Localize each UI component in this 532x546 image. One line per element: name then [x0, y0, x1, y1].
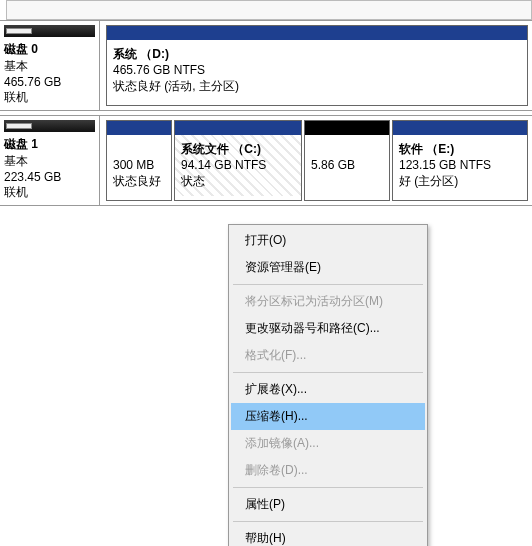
disk-header-1[interactable]: 磁盘 1 基本 223.45 GB 联机	[0, 116, 100, 205]
menu-extend[interactable]: 扩展卷(X)...	[231, 376, 425, 403]
menu-delete: 删除卷(D)...	[231, 457, 425, 484]
disk-header-0[interactable]: 磁盘 0 基本 465.76 GB 联机	[0, 21, 100, 110]
menu-separator	[233, 372, 423, 373]
partition-d[interactable]: 系统 （D:) 465.76 GB NTFS 状态良好 (活动, 主分区)	[106, 25, 528, 106]
menu-explorer[interactable]: 资源管理器(E)	[231, 254, 425, 281]
partition-size: 465.76 GB NTFS	[113, 63, 205, 77]
menu-separator	[233, 487, 423, 488]
disk-icon	[4, 25, 95, 37]
disk-icon	[4, 120, 95, 132]
context-menu: 打开(O) 资源管理器(E) 将分区标记为活动分区(M) 更改驱动器号和路径(C…	[228, 224, 428, 546]
disk-name: 磁盘 1	[4, 137, 38, 151]
partition-status: 状态	[181, 174, 205, 188]
partition-size: 5.86 GB	[311, 158, 355, 172]
partition-color-bar	[107, 26, 527, 40]
partition-c[interactable]: 系统文件 （C:) 94.14 GB NTFS 状态	[174, 120, 302, 201]
menu-format: 格式化(F)...	[231, 342, 425, 369]
partition-status: 好 (主分区)	[399, 174, 458, 188]
toolbar-remnant	[6, 0, 532, 20]
disk0-partitions: 系统 （D:) 465.76 GB NTFS 状态良好 (活动, 主分区)	[100, 21, 532, 110]
partition-recovery[interactable]: 300 MB 状态良好	[106, 120, 172, 201]
disk-name: 磁盘 0	[4, 42, 38, 56]
partition-color-bar	[393, 121, 527, 135]
menu-properties[interactable]: 属性(P)	[231, 491, 425, 518]
partition-color-bar	[107, 121, 171, 135]
partition-e[interactable]: 软件 （E:) 123.15 GB NTFS 好 (主分区)	[392, 120, 528, 201]
disk-type: 基本	[4, 153, 95, 170]
disk-size: 223.45 GB	[4, 170, 95, 184]
menu-open[interactable]: 打开(O)	[231, 227, 425, 254]
disk-status: 联机	[4, 184, 95, 201]
disk-layout: 磁盘 0 基本 465.76 GB 联机 系统 （D:) 465.76 GB N…	[0, 20, 532, 206]
partition-unallocated[interactable]: 5.86 GB	[304, 120, 390, 201]
disk1-partitions: 300 MB 状态良好 系统文件 （C:) 94.14 GB NTFS 状态 5…	[100, 116, 532, 205]
partition-color-bar	[175, 121, 301, 135]
disk-row-0: 磁盘 0 基本 465.76 GB 联机 系统 （D:) 465.76 GB N…	[0, 20, 532, 111]
disk-row-1: 磁盘 1 基本 223.45 GB 联机 300 MB 状态良好 系统文件 （C…	[0, 115, 532, 206]
partition-size: 300 MB	[113, 158, 154, 172]
partition-size: 123.15 GB NTFS	[399, 158, 491, 172]
menu-mark-active: 将分区标记为活动分区(M)	[231, 288, 425, 315]
menu-add-mirror: 添加镜像(A)...	[231, 430, 425, 457]
partition-size: 94.14 GB NTFS	[181, 158, 266, 172]
menu-help[interactable]: 帮助(H)	[231, 525, 425, 546]
partition-status: 状态良好	[113, 174, 161, 188]
partition-title: 软件 （E:)	[399, 142, 454, 156]
partition-status: 状态良好 (活动, 主分区)	[113, 79, 239, 93]
disk-size: 465.76 GB	[4, 75, 95, 89]
menu-separator	[233, 284, 423, 285]
menu-separator	[233, 521, 423, 522]
menu-shrink[interactable]: 压缩卷(H)...	[231, 403, 425, 430]
partition-color-bar	[305, 121, 389, 135]
partition-title: 系统文件 （C:)	[181, 142, 261, 156]
partition-title: 系统 （D:)	[113, 47, 169, 61]
disk-status: 联机	[4, 89, 95, 106]
menu-change-letter[interactable]: 更改驱动器号和路径(C)...	[231, 315, 425, 342]
disk-type: 基本	[4, 58, 95, 75]
